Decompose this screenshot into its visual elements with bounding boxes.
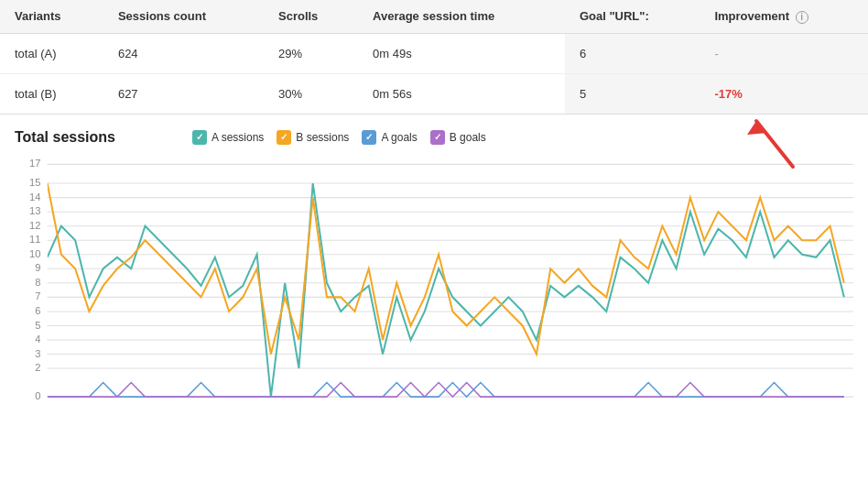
col-header-variants: Variants	[0, 0, 103, 33]
svg-text:14: 14	[29, 191, 40, 202]
legend-b-goals-label: B goals	[450, 131, 486, 144]
svg-text:2: 2	[35, 362, 40, 373]
legend-b-sessions: ✓ B sessions	[277, 130, 349, 145]
variant-a-avg-time: 0m 49s	[358, 33, 565, 73]
col-header-avg-session: Average session time	[358, 0, 565, 33]
variant-a-goal: 6	[565, 33, 700, 73]
variant-a-scrolls: 29%	[264, 33, 358, 73]
variants-table: Variants Sessions count Scrolls Average …	[0, 0, 868, 115]
svg-text:11: 11	[29, 234, 40, 245]
variant-b-avg-time: 0m 56s	[358, 73, 565, 114]
svg-text:9: 9	[35, 262, 40, 273]
legend-a-goals-icon: ✓	[362, 130, 376, 145]
svg-text:13: 13	[29, 205, 40, 216]
variant-b-sessions: 627	[103, 73, 264, 114]
chart-title: Total sessions	[15, 129, 115, 146]
svg-text:7: 7	[35, 290, 40, 301]
legend-a-goals: ✓ A goals	[362, 130, 417, 145]
chart-legend: ✓ A sessions ✓ B sessions ✓ A goals ✓ B …	[192, 130, 486, 145]
col-header-improvement: Improvement i	[700, 0, 868, 33]
legend-a-sessions-icon: ✓	[192, 130, 207, 145]
variant-b-improvement: -17%	[700, 73, 868, 114]
svg-text:15: 15	[29, 177, 40, 188]
col-header-sessions: Sessions count	[103, 0, 264, 33]
svg-text:10: 10	[29, 247, 40, 258]
variant-b-scrolls: 30%	[264, 73, 358, 114]
legend-b-goals: ✓ B goals	[430, 130, 486, 145]
variant-a-sessions: 624	[103, 33, 264, 73]
legend-b-goals-icon: ✓	[430, 130, 445, 145]
legend-a-sessions: ✓ A sessions	[192, 130, 264, 145]
svg-text:5: 5	[35, 319, 40, 330]
table-row: total (A) 624 29% 0m 49s 6 -	[0, 33, 868, 73]
svg-text:12: 12	[29, 219, 40, 230]
svg-text:6: 6	[35, 304, 40, 315]
chart-container: 0 2 3 4 5 6 7 8 9 10 11 12 13 14 15 17	[15, 155, 853, 421]
variant-a-name: total (A)	[0, 33, 103, 73]
svg-text:17: 17	[29, 158, 40, 169]
variant-a-improvement: -	[700, 33, 868, 73]
table-row: total (B) 627 30% 0m 56s 5 -17%	[0, 73, 868, 114]
legend-b-sessions-label: B sessions	[296, 131, 349, 144]
svg-text:4: 4	[35, 333, 40, 344]
chart-section: Total sessions ✓ A sessions ✓ B sessions…	[0, 115, 868, 421]
variant-b-goal: 5	[565, 73, 700, 114]
chart-header: Total sessions ✓ A sessions ✓ B sessions…	[15, 129, 853, 146]
legend-b-sessions-icon: ✓	[277, 130, 291, 145]
improvement-info-icon[interactable]: i	[796, 11, 808, 24]
variant-b-name: total (B)	[0, 73, 103, 114]
legend-a-sessions-label: A sessions	[212, 131, 264, 144]
col-header-scrolls: Scrolls	[264, 0, 358, 33]
col-header-goal: Goal "URL":	[565, 0, 700, 33]
svg-text:0: 0	[35, 390, 40, 401]
svg-text:3: 3	[35, 347, 40, 358]
svg-rect-2	[48, 159, 853, 401]
svg-text:8: 8	[35, 276, 40, 287]
chart-svg: 0 2 3 4 5 6 7 8 9 10 11 12 13 14 15 17	[15, 155, 853, 421]
legend-a-goals-label: A goals	[381, 131, 417, 144]
